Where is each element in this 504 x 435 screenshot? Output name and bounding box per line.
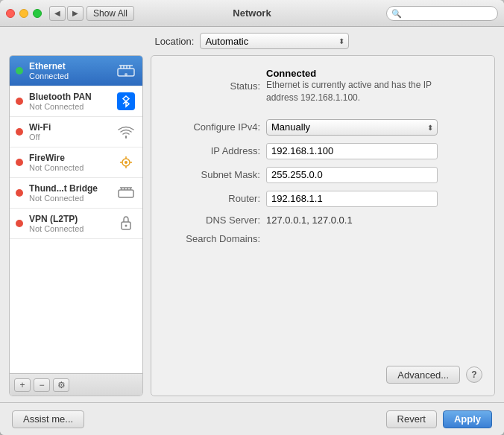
vpn-icon (116, 213, 136, 234)
status-row: Status: Connected Ethernet is currently … (163, 68, 482, 104)
thunderbolt-icon (116, 182, 136, 203)
location-bar: Location: Automatic Edit Locations... ⬍ (0, 27, 504, 55)
window-title: Network (233, 7, 271, 19)
window-bottom: Assist me... Revert Apply (0, 402, 504, 435)
titlebar: ◀ ▶ Show All Network 🔍 (0, 0, 504, 27)
help-button[interactable]: ? (466, 366, 482, 383)
subnet-row: Subnet Mask: (163, 167, 482, 183)
search-domains-label: Search Domains: (163, 233, 260, 244)
network-window: ◀ ▶ Show All Network 🔍 Location: Automat… (0, 0, 504, 435)
show-all-button[interactable]: Show All (86, 6, 134, 21)
thunderbolt-status: Not Connected (29, 194, 116, 203)
thunderbolt-text: Thund...t Bridge Not Connected (29, 183, 116, 203)
router-label: Router: (163, 193, 260, 204)
location-select-wrapper: Automatic Edit Locations... ⬍ (200, 33, 349, 49)
sidebar-list: Ethernet Connected (10, 56, 142, 373)
ip-address-input[interactable] (266, 143, 438, 159)
svg-rect-13 (119, 190, 133, 197)
configure-select-wrapper: Manually Using DHCP Using DHCP with manu… (266, 119, 438, 136)
ethernet-name: Ethernet (29, 61, 116, 72)
sidebar-item-firewire[interactable]: FireWire Not Connected (10, 147, 142, 178)
status-label: Status: (163, 80, 260, 92)
dns-value: 127.0.0.1, 127.0.0.1 (266, 215, 353, 226)
sidebar-item-wifi[interactable]: Wi-Fi Off (10, 117, 142, 147)
svg-point-6 (125, 73, 127, 76)
wifi-status: Off (29, 133, 116, 142)
subnet-mask-input[interactable] (266, 167, 438, 183)
wifi-name: Wi-Fi (29, 122, 116, 133)
close-button[interactable] (6, 9, 15, 18)
assist-button[interactable]: Assist me... (12, 410, 84, 428)
search-wrapper: 🔍 (386, 6, 498, 21)
bluetooth-icon (116, 91, 136, 112)
firewire-name: FireWire (29, 153, 116, 163)
location-select[interactable]: Automatic Edit Locations... (200, 33, 349, 49)
dns-label: DNS Server: (163, 215, 260, 226)
svg-point-20 (125, 225, 127, 227)
detail-actions: Advanced... ? (163, 366, 482, 384)
sidebar-item-thunderbolt[interactable]: Thund...t Bridge Not Connected (10, 178, 142, 209)
thunderbolt-name: Thund...t Bridge (29, 183, 116, 194)
sidebar-item-ethernet[interactable]: Ethernet Connected (10, 56, 142, 86)
search-domains-row: Search Domains: (163, 233, 482, 244)
configure-label: Configure IPv4: (163, 121, 260, 133)
dns-row: DNS Server: 127.0.0.1, 127.0.0.1 (163, 215, 482, 226)
bluetooth-name: Bluetooth PAN (29, 92, 116, 102)
ethernet-icon (116, 60, 136, 81)
bluetooth-text: Bluetooth PAN Not Connected (29, 92, 116, 111)
firewire-status-dot (16, 159, 23, 166)
ethernet-status: Connected (29, 72, 116, 80)
vpn-name: VPN (L2TP) (29, 214, 116, 224)
svg-point-12 (125, 161, 127, 164)
vpn-text: VPN (L2TP) Not Connected (29, 214, 116, 233)
firewire-icon (116, 152, 136, 173)
forward-button[interactable]: ▶ (67, 6, 84, 21)
status-description: Ethernet is currently active and has the… (266, 79, 482, 104)
main-content: Ethernet Connected (0, 55, 504, 402)
subnet-label: Subnet Mask: (163, 169, 260, 180)
status-block: Connected Ethernet is currently active a… (266, 68, 482, 104)
ip-label: IP Address: (163, 145, 260, 156)
status-value: Connected (266, 68, 482, 79)
configure-row: Configure IPv4: Manually Using DHCP Usin… (163, 119, 482, 136)
remove-interface-button[interactable]: − (34, 378, 50, 392)
advanced-button[interactable]: Advanced... (386, 366, 460, 384)
back-button[interactable]: ◀ (49, 6, 66, 21)
ip-row: IP Address: (163, 143, 482, 159)
location-label: Location: (155, 36, 195, 47)
firewire-text: FireWire Not Connected (29, 153, 116, 172)
settings-button[interactable]: ⚙ (53, 378, 69, 392)
wifi-text: Wi-Fi Off (29, 122, 116, 142)
vpn-status: Not Connected (29, 224, 116, 233)
detail-panel: Status: Connected Ethernet is currently … (151, 55, 495, 396)
traffic-lights (6, 9, 42, 18)
configure-ipv4-select[interactable]: Manually Using DHCP Using DHCP with manu… (266, 119, 438, 136)
wifi-icon (116, 121, 136, 142)
revert-button[interactable]: Revert (386, 410, 437, 428)
minimize-button[interactable] (19, 9, 28, 18)
ethernet-text: Ethernet Connected (29, 61, 116, 80)
add-interface-button[interactable]: + (14, 378, 31, 392)
sidebar-item-vpn[interactable]: VPN (L2TP) Not Connected (10, 209, 142, 239)
sidebar-item-bluetooth-pan[interactable]: Bluetooth PAN Not Connected (10, 86, 142, 117)
thunderbolt-status-dot (16, 189, 23, 197)
bluetooth-status: Not Connected (29, 102, 116, 111)
search-input[interactable] (386, 6, 498, 21)
sidebar: Ethernet Connected (9, 55, 143, 396)
sidebar-footer: + − ⚙ (10, 373, 142, 396)
maximize-button[interactable] (33, 9, 42, 18)
firewire-status: Not Connected (29, 163, 116, 172)
vpn-status-dot (16, 220, 23, 227)
ethernet-status-dot (16, 67, 23, 74)
wifi-status-dot (16, 128, 23, 136)
router-row: Router: (163, 191, 482, 207)
router-input[interactable] (266, 191, 438, 207)
nav-buttons: ◀ ▶ (49, 6, 84, 21)
bluetooth-status-dot (16, 98, 23, 105)
apply-button[interactable]: Apply (443, 410, 492, 428)
